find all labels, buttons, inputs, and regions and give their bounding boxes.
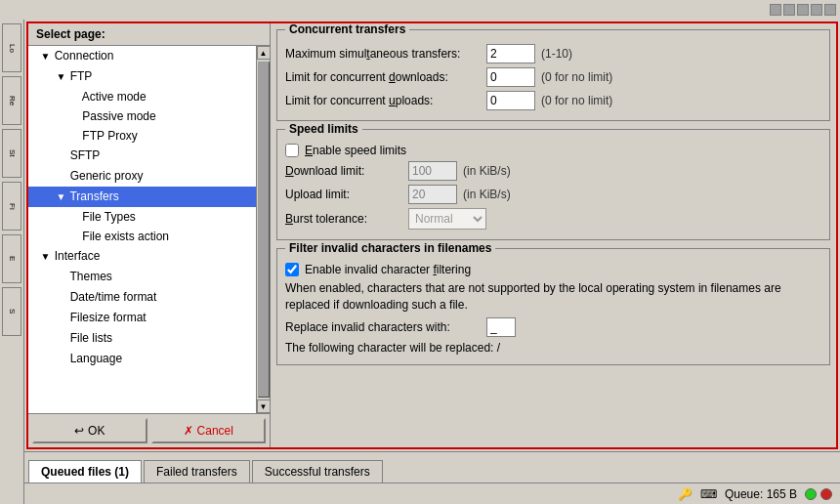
tree-item-active-mode[interactable]: Active mode bbox=[28, 87, 256, 106]
dot-5 bbox=[824, 4, 836, 16]
download-limit-input[interactable] bbox=[408, 161, 457, 181]
status-lights bbox=[805, 488, 832, 500]
speed-limits-title: Speed limits bbox=[285, 122, 362, 136]
enable-speed-limits-row: Enable speed limits bbox=[285, 144, 821, 157]
sidebar-btn-re[interactable]: Re bbox=[2, 76, 21, 125]
tree-scrollbar[interactable]: ▲ ▼ bbox=[256, 46, 270, 413]
ok-label: OK bbox=[88, 424, 105, 438]
label-active-mode: Active mode bbox=[82, 90, 147, 104]
download-limit-label: Download limit: bbox=[285, 164, 402, 178]
status-icon2: ⌨ bbox=[700, 487, 717, 501]
tree-item-themes[interactable]: Themes bbox=[28, 267, 256, 287]
tree-item-ftp[interactable]: ▼ FTP bbox=[28, 66, 256, 87]
download-limit-unit: (in KiB/s) bbox=[463, 164, 511, 178]
right-panel: Concurrent transfers Maximum simultaneou… bbox=[271, 23, 836, 447]
sidebar-btn-s[interactable]: S bbox=[2, 287, 21, 336]
label-datetime: Date/time format bbox=[70, 290, 157, 304]
arrow-ftp: ▼ bbox=[55, 68, 66, 86]
limit-uploads-row: Limit for concurrent uploads: (0 for no … bbox=[285, 91, 821, 110]
limit-downloads-hint: (0 for no limit) bbox=[541, 70, 612, 84]
max-simultaneous-label: Maximum simultaneous transfers: bbox=[285, 47, 481, 61]
concurrent-transfers-title: Concurrent transfers bbox=[285, 23, 409, 36]
tree-item-connection[interactable]: ▼ Connection bbox=[28, 46, 256, 66]
tree-item-language[interactable]: Language bbox=[28, 349, 256, 369]
limit-uploads-input[interactable] bbox=[486, 91, 535, 110]
tree-item-datetime[interactable]: Date/time format bbox=[28, 287, 256, 308]
following-char-text: The following character will be replaced… bbox=[285, 341, 500, 355]
limit-downloads-input[interactable] bbox=[486, 67, 535, 87]
enable-speed-checkbox[interactable] bbox=[285, 144, 299, 157]
queue-text: Queue: 165 B bbox=[725, 487, 797, 501]
tree-wrapper: ▼ Connection ▼ FTP bbox=[28, 46, 270, 413]
scroll-thumb[interactable] bbox=[258, 62, 270, 398]
sidebar-btn-lo[interactable]: Lo bbox=[2, 23, 21, 72]
arrow-filesize bbox=[55, 310, 66, 327]
enable-filtering-row: Enable invalid character filtering bbox=[285, 263, 821, 276]
tree-item-generic-proxy[interactable]: Generic proxy bbox=[28, 166, 256, 187]
limit-downloads-label: Limit for concurrent downloads: bbox=[285, 70, 481, 84]
tree-item-file-exists-action[interactable]: File exists action bbox=[28, 227, 256, 246]
burst-tolerance-label: Burst tolerance: bbox=[285, 212, 402, 226]
arrow-language bbox=[55, 351, 66, 368]
following-char-row: The following character will be replaced… bbox=[285, 341, 821, 355]
ok-button[interactable]: ↩ OK bbox=[32, 418, 147, 443]
content-area: Lo Re St Fi E S Select page: bbox=[0, 20, 840, 504]
enable-filter-checkbox[interactable] bbox=[285, 263, 299, 276]
scroll-down-btn[interactable]: ▼ bbox=[257, 399, 271, 413]
burst-tolerance-select[interactable]: Normal Low Medium High bbox=[408, 208, 486, 230]
tree-inner[interactable]: ▼ Connection ▼ FTP bbox=[28, 46, 256, 413]
arrow-themes bbox=[55, 269, 66, 286]
arrow-interface: ▼ bbox=[39, 248, 51, 266]
sidebar-btn-e[interactable]: E bbox=[2, 234, 21, 283]
label-ftp-proxy: FTP Proxy bbox=[82, 129, 137, 143]
label-transfers: Transfers bbox=[69, 189, 118, 203]
label-ftp: FTP bbox=[70, 69, 93, 83]
label-filesize: Filesize format bbox=[70, 311, 147, 324]
dot-1 bbox=[770, 4, 781, 16]
tree-item-transfers[interactable]: ▼ Transfers bbox=[28, 187, 256, 207]
tab-successful[interactable]: Successful transfers bbox=[252, 460, 383, 483]
upload-limit-label: Upload limit: bbox=[285, 188, 402, 201]
limit-downloads-row: Limit for concurrent downloads: (0 for n… bbox=[285, 67, 821, 87]
label-file-lists: File lists bbox=[70, 331, 112, 345]
tab-queued-label: Queued files (1) bbox=[41, 465, 129, 479]
tree-item-ftp-proxy[interactable]: FTP Proxy bbox=[28, 126, 256, 146]
dot-3 bbox=[797, 4, 809, 16]
sidebar-btn-fi[interactable]: Fi bbox=[2, 182, 21, 231]
tree-item-interface[interactable]: ▼ Interface bbox=[28, 246, 256, 267]
bottom-tabs: Queued files (1) Failed transfers Succes… bbox=[24, 451, 840, 483]
label-file-types: File Types bbox=[82, 210, 135, 224]
max-simultaneous-input[interactable] bbox=[486, 44, 535, 63]
tree-item-passive-mode[interactable]: Passive mode bbox=[28, 106, 256, 126]
filter-invalid-title: Filter invalid characters in filenames bbox=[285, 241, 495, 255]
tree-item-filesize[interactable]: Filesize format bbox=[28, 308, 256, 328]
upload-limit-row: Upload limit: (in KiB/s) bbox=[285, 185, 821, 204]
tree-item-file-types[interactable]: File Types bbox=[28, 207, 256, 227]
arrow-sftp bbox=[55, 147, 66, 165]
tree-item-sftp[interactable]: SFTP bbox=[28, 146, 256, 166]
label-connection: Connection bbox=[55, 49, 114, 63]
tree-label: Select page: bbox=[28, 23, 270, 46]
tree-item-file-lists[interactable]: File lists bbox=[28, 328, 256, 349]
label-themes: Themes bbox=[69, 270, 111, 283]
replace-chars-label: Replace invalid characters with: bbox=[285, 320, 481, 334]
main-content: Select page: ▼ Connection bbox=[24, 20, 840, 504]
sidebar-btn-st[interactable]: St bbox=[2, 129, 21, 178]
tab-successful-label: Successful transfers bbox=[265, 465, 370, 479]
replace-chars-input[interactable] bbox=[486, 317, 516, 337]
tab-failed[interactable]: Failed transfers bbox=[144, 460, 250, 483]
enable-speed-label: Enable speed limits bbox=[305, 144, 406, 157]
status-bar: 🔑 ⌨ Queue: 165 B bbox=[24, 483, 840, 504]
cancel-button[interactable]: ✗ Cancel bbox=[151, 418, 267, 443]
ok-icon: ↩ bbox=[74, 424, 84, 438]
scroll-up-btn[interactable]: ▲ bbox=[257, 46, 271, 60]
upload-limit-unit: (in KiB/s) bbox=[463, 188, 511, 201]
speed-limits-content: Enable speed limits Download limit: (in … bbox=[277, 138, 829, 239]
tab-queued[interactable]: Queued files (1) bbox=[28, 460, 142, 483]
concurrent-transfers-section: Concurrent transfers Maximum simultaneou… bbox=[276, 29, 830, 121]
label-passive-mode: Passive mode bbox=[82, 109, 155, 123]
dot-4 bbox=[811, 4, 822, 16]
label-file-exists-action: File exists action bbox=[82, 230, 169, 243]
upload-limit-input[interactable] bbox=[408, 185, 457, 204]
tab-failed-label: Failed transfers bbox=[156, 465, 237, 479]
